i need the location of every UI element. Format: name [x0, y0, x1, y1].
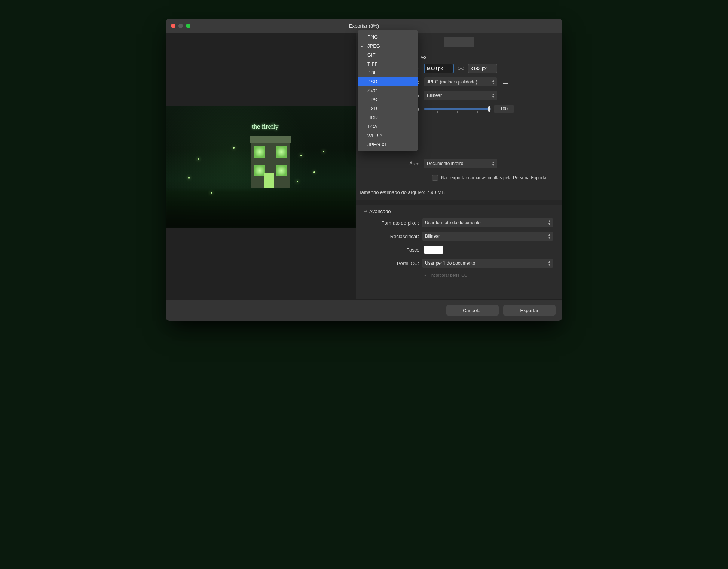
format-option-tga[interactable]: TGA	[358, 122, 418, 131]
hidden-layers-checkbox[interactable]: Não exportar camadas ocultas pela Person…	[432, 175, 548, 181]
format-dropdown-menu: PNGJPEGGIFTIFFPDFPSDSVGEPSEXRHDRTGAWEBPJ…	[358, 30, 418, 151]
format-option-eps[interactable]: EPS	[358, 95, 418, 104]
dialog-footer: Cancelar Exportar	[166, 299, 562, 321]
format-option-exr[interactable]: EXR	[358, 104, 418, 113]
chevron-updown-icon: ▴▾	[492, 79, 494, 85]
quality-value[interactable]: 100	[494, 105, 514, 113]
link-icon[interactable]	[457, 66, 465, 72]
tab-placeholder[interactable]	[444, 37, 474, 47]
icc-label: Perfil ICC:	[365, 261, 422, 266]
cancel-button[interactable]: Cancelar	[446, 305, 499, 316]
format-option-tiff[interactable]: TIFF	[358, 59, 418, 68]
format-option-png[interactable]: PNG	[358, 32, 418, 41]
embed-icc-checkbox[interactable]: ✓ Incorporar perfil ICC	[424, 273, 467, 278]
export-button[interactable]: Exportar	[503, 305, 556, 316]
window-title: Exportar (8%)	[166, 23, 562, 29]
export-dialog: Exportar (8%) the firefly	[166, 19, 562, 321]
chevron-down-icon	[363, 210, 367, 213]
advanced-disclosure[interactable]: Avançado	[363, 209, 553, 214]
reclassify-label: Reclassificar:	[365, 234, 422, 239]
chevron-updown-icon: ▴▾	[492, 161, 494, 167]
chevron-updown-icon: ▴▾	[492, 92, 494, 98]
width-input[interactable]: 5000 px	[424, 64, 454, 73]
estimated-size: Tamanho estimado do arquivo: 7.90 MB	[357, 186, 553, 200]
matte-color-swatch[interactable]	[424, 246, 443, 254]
area-label: Área:	[365, 161, 424, 167]
preset-select[interactable]: JPEG (melhor qualidade) ▴▾	[424, 77, 497, 86]
format-option-jpeg[interactable]: JPEG	[358, 41, 418, 50]
format-option-hdr[interactable]: HDR	[358, 113, 418, 122]
resample-select[interactable]: Bilinear ▴▾	[424, 91, 497, 100]
format-option-svg[interactable]: SVG	[358, 86, 418, 95]
area-select[interactable]: Documento inteiro ▴▾	[424, 159, 497, 168]
checkbox-icon	[432, 175, 438, 181]
format-option-pdf[interactable]: PDF	[358, 68, 418, 77]
preview-pane: the firefly	[166, 33, 356, 299]
icc-select[interactable]: Usar perfil do documento▴▾	[422, 259, 553, 268]
preview-image: the firefly	[166, 106, 356, 228]
pixel-format-label: Formato de pixel:	[365, 220, 422, 226]
quality-slider[interactable]	[424, 108, 491, 110]
format-option-jpeg-xl[interactable]: JPEG XL	[358, 140, 418, 149]
matte-label: Fosco:	[365, 247, 424, 253]
format-option-psd[interactable]: PSD	[358, 77, 418, 86]
pixel-format-select[interactable]: Usar formato do documento▴▾	[422, 218, 553, 227]
format-option-gif[interactable]: GIF	[358, 50, 418, 59]
preview-sign: the firefly	[252, 123, 278, 131]
format-option-webp[interactable]: WEBP	[358, 131, 418, 140]
height-input[interactable]: 3182 px	[468, 64, 497, 73]
preset-menu-icon[interactable]	[503, 80, 508, 84]
reclassify-select[interactable]: Bilinear▴▾	[422, 232, 553, 241]
